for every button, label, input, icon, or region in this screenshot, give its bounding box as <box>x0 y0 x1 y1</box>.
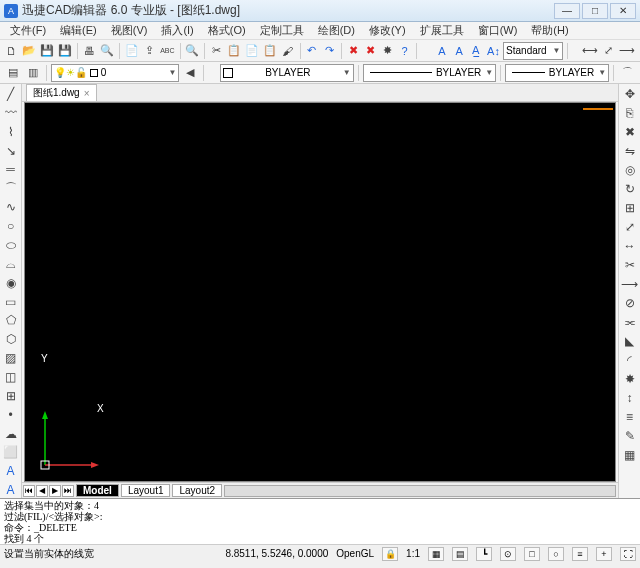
close-button[interactable]: ✕ <box>610 3 636 19</box>
join-icon[interactable]: ⫘ <box>622 314 638 330</box>
menu-ext-tools[interactable]: 扩展工具 <box>414 22 470 39</box>
lineweight-combo[interactable]: BYLAYER ▼ <box>505 64 609 82</box>
dim-aligned-icon[interactable]: ⤢ <box>601 42 616 60</box>
rotate-icon[interactable]: ↻ <box>622 181 638 197</box>
scale-icon[interactable]: ⤢ <box>622 219 638 235</box>
lwt-toggle[interactable]: ≡ <box>572 547 588 561</box>
explode-icon[interactable]: ✸ <box>622 371 638 387</box>
revcloud-icon[interactable]: ☁ <box>3 426 19 442</box>
text-a-icon[interactable]: A <box>434 42 449 60</box>
tab-next-icon[interactable]: ▶ <box>49 485 61 497</box>
paste-icon[interactable]: 📄 <box>244 42 260 60</box>
tab-model[interactable]: Model <box>76 484 119 497</box>
wipeout-icon[interactable]: ⬜ <box>3 444 19 460</box>
layer-state-icon[interactable]: ▥ <box>24 64 42 82</box>
undo-icon[interactable]: ↶ <box>304 42 319 60</box>
command-window[interactable]: 选择集当中的对象：4 过滤(FIL)/<选择对象>: 命令：_DELETE 找到… <box>0 498 640 544</box>
tab-layout1[interactable]: Layout1 <box>121 484 171 497</box>
xline-icon[interactable]: 〰 <box>3 105 19 121</box>
ellipse-icon[interactable]: ⬭ <box>3 237 19 253</box>
redo-icon[interactable]: ↷ <box>321 42 336 60</box>
help-icon[interactable]: ? <box>397 42 412 60</box>
snap-toggle[interactable]: ▦ <box>428 547 444 561</box>
otrack-toggle[interactable]: ○ <box>548 547 564 561</box>
purge-icon[interactable]: ✸ <box>380 42 395 60</box>
dim-linear-icon[interactable]: ⟷ <box>581 42 599 60</box>
export-icon[interactable]: ⇪ <box>142 42 157 60</box>
open-icon[interactable]: 📂 <box>21 42 37 60</box>
donut-icon[interactable]: ◉ <box>3 275 19 291</box>
model-toggle[interactable]: + <box>596 547 612 561</box>
text-icon[interactable]: A <box>3 482 19 498</box>
layer-combo[interactable]: 💡 ☀ 🔓 0 ▼ <box>51 64 180 82</box>
menu-format[interactable]: 格式(O) <box>202 22 252 39</box>
matchprop-icon[interactable]: 🖌 <box>280 42 295 60</box>
break-icon[interactable]: ⊘ <box>622 295 638 311</box>
ortho-toggle[interactable]: ┗ <box>476 547 492 561</box>
polygon-icon[interactable]: ⬠ <box>3 312 19 328</box>
linetype-combo[interactable]: BYLAYER ▼ <box>363 64 497 82</box>
menu-edit[interactable]: 编辑(E) <box>54 22 103 39</box>
chamfer-icon[interactable]: ◣ <box>622 333 638 349</box>
h-scrollbar[interactable] <box>224 485 616 497</box>
block-icon[interactable]: ◫ <box>3 369 19 385</box>
copy-icon[interactable]: 📋 <box>226 42 242 60</box>
drawing-viewport[interactable]: Y X <box>24 102 616 482</box>
line-icon[interactable]: ╱ <box>3 86 19 102</box>
minimize-button[interactable]: — <box>554 3 580 19</box>
erase-icon[interactable]: ✖ <box>363 42 378 60</box>
menu-modify[interactable]: 修改(Y) <box>363 22 412 39</box>
insert-icon[interactable]: ⊞ <box>3 388 19 404</box>
layer-manager-icon[interactable]: ▤ <box>4 64 22 82</box>
region-icon[interactable]: ⬡ <box>3 331 19 347</box>
menu-view[interactable]: 视图(V) <box>105 22 154 39</box>
extend-icon[interactable]: ⟶ <box>622 276 638 292</box>
point-icon[interactable]: • <box>3 407 19 423</box>
new-icon[interactable]: 🗋 <box>4 42 19 60</box>
ray-icon[interactable]: ↘ <box>3 143 19 159</box>
rectangle-icon[interactable]: ▭ <box>3 294 19 310</box>
fullscreen-icon[interactable]: ⛶ <box>620 547 636 561</box>
print-icon[interactable]: 🖶 <box>82 42 97 60</box>
polyline-icon[interactable]: ⌇ <box>3 124 19 140</box>
maximize-button[interactable]: □ <box>582 3 608 19</box>
tab-last-icon[interactable]: ⏭ <box>62 485 74 497</box>
close-tab-icon[interactable]: × <box>84 88 90 99</box>
tab-layout2[interactable]: Layout2 <box>172 484 222 497</box>
preview-icon[interactable]: 🔍 <box>99 42 115 60</box>
menu-draw[interactable]: 绘图(D) <box>312 22 361 39</box>
array-icon[interactable]: ⊞ <box>622 200 638 216</box>
layer-prev-icon[interactable]: ◀ <box>181 64 199 82</box>
cut-icon[interactable]: ✂ <box>209 42 224 60</box>
menu-custom-tools[interactable]: 定制工具 <box>254 22 310 39</box>
trim-icon[interactable]: ✂ <box>622 257 638 273</box>
tab-prev-icon[interactable]: ◀ <box>36 485 48 497</box>
ellipse-arc-icon[interactable]: ⌓ <box>3 256 19 272</box>
pdf-icon[interactable]: 📄 <box>124 42 140 60</box>
color-combo[interactable]: BYLAYER ▼ <box>220 64 354 82</box>
grid-toggle[interactable]: ▤ <box>452 547 468 561</box>
delete-icon[interactable]: ✖ <box>345 42 360 60</box>
tab-first-icon[interactable]: ⏮ <box>23 485 35 497</box>
edit-pline-icon[interactable]: ✎ <box>622 428 638 444</box>
find-icon[interactable]: 🔍 <box>184 42 200 60</box>
mtext-icon[interactable]: A <box>3 463 19 479</box>
stretch-icon[interactable]: ↔ <box>622 238 638 254</box>
align-icon[interactable]: ≡ <box>622 409 638 425</box>
menu-help[interactable]: 帮助(H) <box>525 22 574 39</box>
mirror-icon[interactable]: ⇋ <box>622 143 638 159</box>
offset-icon[interactable]: ◎ <box>622 162 638 178</box>
osnap-toggle[interactable]: □ <box>524 547 540 561</box>
saveall-icon[interactable]: 💾 <box>57 42 73 60</box>
text-height-icon[interactable]: A↕ <box>486 42 501 60</box>
menu-insert[interactable]: 插入(I) <box>155 22 199 39</box>
arc-icon[interactable]: ⌒ <box>618 64 636 82</box>
save-icon[interactable]: 💾 <box>39 42 55 60</box>
text-style-icon[interactable]: A̲ <box>469 42 484 60</box>
annoscale-icon[interactable]: 🔒 <box>382 547 398 561</box>
doc-tab[interactable]: 图纸1.dwg × <box>26 84 97 101</box>
mline-icon[interactable]: ═ <box>3 161 19 177</box>
menu-window[interactable]: 窗口(W) <box>472 22 524 39</box>
edit-hatch-icon[interactable]: ▦ <box>622 447 638 463</box>
arc-icon[interactable]: ⌒ <box>3 180 19 196</box>
